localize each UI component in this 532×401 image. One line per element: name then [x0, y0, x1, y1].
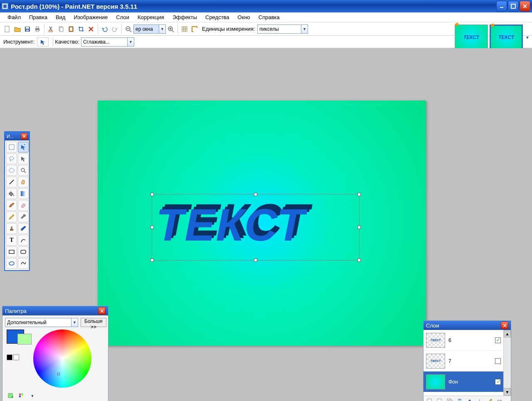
layers-window[interactable]: Слои ТЕКСТ6✓ТЕКСТ7Фон✓ ▲ ▼ — [423, 320, 511, 401]
palette-more-button[interactable]: Больше >> — [81, 318, 106, 327]
tool-magic-wand[interactable] — [6, 177, 17, 187]
menu-view[interactable]: Вид — [52, 13, 70, 21]
quality-select[interactable] — [81, 37, 128, 47]
menu-help[interactable]: Справка — [254, 13, 284, 21]
tool-freeform[interactable] — [18, 258, 29, 269]
tool-text[interactable]: T — [6, 235, 17, 246]
new-button[interactable] — [3, 25, 12, 34]
tool-recolor[interactable] — [18, 223, 29, 234]
menu-effects[interactable]: Эффекты — [168, 13, 201, 21]
layer-visible-checkbox[interactable] — [495, 358, 501, 364]
zoom-combo[interactable]: ▼ — [133, 25, 166, 34]
open-button[interactable] — [13, 25, 22, 34]
units-select[interactable] — [257, 25, 301, 34]
crop-button[interactable] — [76, 25, 86, 34]
maximize-button[interactable] — [508, 1, 519, 12]
palette-window-close[interactable] — [98, 307, 106, 315]
deselect-button[interactable] — [86, 25, 96, 34]
doc-thumb-1[interactable]: ✸ТЕКСТ — [455, 25, 488, 50]
tools-window[interactable]: И... T — [4, 131, 30, 271]
tool-lasso[interactable] — [6, 153, 17, 164]
tools-window-title[interactable]: И... — [5, 132, 29, 140]
palette-menu-arrow[interactable]: ▼ — [28, 392, 37, 400]
cut-button[interactable] — [47, 25, 56, 34]
selection-handle-se[interactable] — [357, 258, 361, 262]
print-button[interactable] — [33, 25, 42, 34]
menu-tools[interactable]: Средства — [201, 13, 234, 21]
tool-rounded-rect[interactable] — [18, 246, 29, 257]
menu-adjust[interactable]: Коррекция — [133, 13, 168, 21]
close-button[interactable] — [520, 1, 530, 12]
tool-move-selection[interactable] — [18, 142, 29, 153]
layer-flatten-button[interactable] — [495, 397, 504, 401]
tool-clone[interactable] — [6, 223, 17, 234]
copy-button[interactable] — [57, 25, 66, 34]
layer-item[interactable]: ТЕКСТ6✓ — [424, 330, 511, 351]
secondary-color-swatch[interactable] — [17, 334, 32, 344]
layer-delete-button[interactable] — [435, 397, 444, 401]
menu-file[interactable]: Файл — [3, 13, 25, 21]
selection-handle-ne[interactable] — [357, 193, 361, 196]
zoom-out-button[interactable] — [124, 25, 133, 34]
bw-swatch[interactable] — [7, 354, 12, 360]
redo-button[interactable] — [110, 25, 119, 34]
instrument-picker[interactable] — [37, 37, 49, 47]
menu-edit[interactable]: Правка — [25, 13, 52, 21]
quality-dropdown-arrow[interactable]: ▼ — [128, 37, 134, 47]
grid-button[interactable] — [180, 25, 189, 34]
selection-handle-e[interactable] — [357, 226, 361, 229]
tool-pencil[interactable] — [6, 212, 17, 222]
selection-handle-n[interactable] — [254, 193, 257, 196]
palette-mode-combo[interactable]: ▼ — [5, 318, 78, 327]
color-wheel[interactable] — [33, 330, 91, 388]
layer-item[interactable]: ТЕКСТ7 — [424, 351, 511, 371]
tool-brush[interactable] — [6, 200, 17, 211]
layer-add-button[interactable] — [425, 397, 434, 401]
palette-manage-icon[interactable] — [17, 392, 26, 400]
minimize-button[interactable] — [496, 1, 507, 12]
selection-handle-w[interactable] — [150, 226, 154, 229]
tool-gradient[interactable] — [18, 188, 29, 199]
scroll-down[interactable]: ▼ — [504, 388, 511, 396]
tool-move-pixels[interactable] — [18, 153, 29, 164]
selection-bounds[interactable] — [152, 194, 360, 261]
layer-down-button[interactable] — [475, 397, 484, 401]
layer-properties-button[interactable] — [485, 397, 494, 401]
selection-handle-s[interactable] — [254, 258, 257, 262]
doc-thumb-2[interactable]: ✸ТЕКСТ — [490, 25, 523, 50]
tool-ellipse-select[interactable] — [6, 165, 17, 176]
layers-window-title[interactable]: Слои — [424, 321, 511, 330]
palette-window-title[interactable]: Палитра — [2, 306, 108, 315]
tools-window-close[interactable] — [21, 133, 27, 140]
canvas[interactable]: ТЕКСТ — [98, 101, 426, 346]
ruler-button[interactable] — [190, 25, 199, 34]
paste-button[interactable] — [66, 25, 76, 34]
selection-handle-nw[interactable] — [150, 193, 154, 196]
palette-mode-arrow[interactable]: ▼ — [71, 318, 78, 327]
menu-image[interactable]: Изображение — [69, 13, 112, 21]
zoom-input[interactable] — [133, 25, 159, 34]
units-dropdown-arrow[interactable]: ▼ — [301, 25, 308, 34]
layers-window-close[interactable] — [501, 322, 508, 329]
quality-combo[interactable]: ▼ — [79, 37, 134, 47]
save-button[interactable] — [23, 25, 32, 34]
units-combo[interactable]: ▼ — [257, 25, 308, 34]
layer-duplicate-button[interactable] — [445, 397, 454, 401]
palette-add-icon[interactable] — [7, 392, 15, 400]
tool-ellipse[interactable] — [6, 258, 17, 269]
zoom-dropdown-arrow[interactable]: ▼ — [159, 25, 166, 34]
layer-visible-checkbox[interactable]: ✓ — [495, 337, 501, 343]
tool-line[interactable] — [18, 235, 29, 246]
tool-eraser[interactable] — [18, 200, 29, 211]
layer-visible-checkbox[interactable]: ✓ — [495, 379, 501, 385]
undo-button[interactable] — [100, 25, 109, 34]
menu-window[interactable]: Окно — [234, 13, 254, 21]
tool-rect[interactable] — [6, 246, 17, 257]
layer-merge-button[interactable] — [455, 397, 464, 401]
tool-pan[interactable] — [18, 177, 29, 187]
palette-mode-select[interactable] — [5, 318, 71, 327]
layer-item[interactable]: Фон✓ — [424, 371, 511, 392]
doc-list-dropdown[interactable]: ▾ — [525, 34, 530, 40]
menu-layers[interactable]: Слои — [112, 13, 133, 21]
layers-scrollbar[interactable]: ▲ ▼ — [503, 330, 511, 396]
